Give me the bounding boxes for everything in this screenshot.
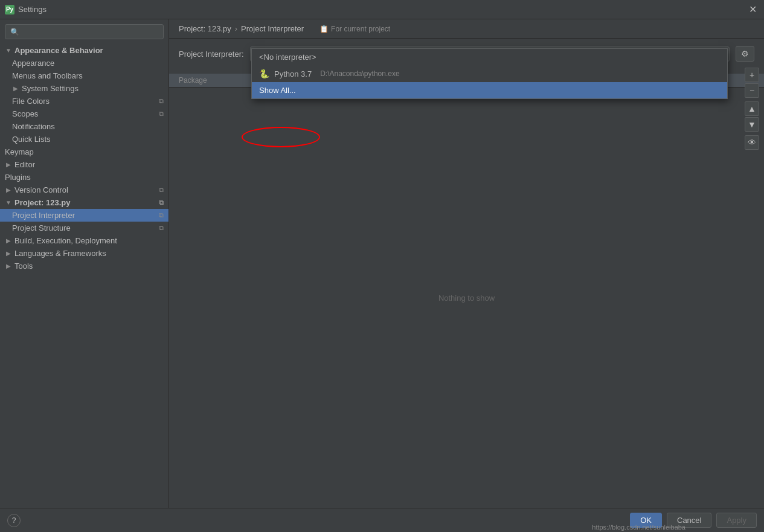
help-icon: ? [12,516,16,525]
content-area: Project: 123.py › Project Interpreter 📋 … [169,19,764,508]
url-text: https://blog.csdn.net/sunleibaba [592,524,685,531]
sidebar-item-build-execution[interactable]: ▶ Build, Execution, Deployment [0,234,169,247]
expand-arrow: ▼ [5,47,12,54]
sidebar-item-plugins[interactable]: Plugins [0,171,169,184]
sidebar-item-keymap[interactable]: Keymap [0,146,169,158]
interpreter-label: Project Interpreter: [179,50,244,59]
settings-icon: ⚙ [741,49,749,59]
minus-icon: − [750,86,754,95]
empty-state: Nothing to show [169,88,764,508]
title-bar-title: Settings [18,5,47,14]
dropdown-popup: <No interpreter> 🐍 Python 3.7 D:\Anacond… [251,48,728,99]
show-paths-button[interactable]: 👁 [745,135,759,150]
copy-icon: ⧉ [159,186,164,194]
interpreter-settings-button[interactable]: ⚙ [736,46,754,62]
copy-icon: ⧉ [159,97,164,105]
expand-arrow: ▶ [5,263,12,269]
expand-arrow: ▶ [5,237,12,244]
bottom-left: ? [7,514,21,527]
add-package-button[interactable]: + [745,68,759,82]
sidebar-item-scopes[interactable]: Scopes ⧉ [0,107,169,120]
close-button[interactable]: ✕ [746,1,759,18]
sidebar-item-languages-frameworks[interactable]: ▶ Languages & Frameworks [0,247,169,260]
copy-icon: ⧉ [159,110,164,118]
expand-arrow: ▶ [5,161,12,168]
sidebar-item-menus-toolbars[interactable]: Menus and Toolbars [0,69,169,82]
dropdown-option-show-all[interactable]: Show All... [252,82,727,98]
nothing-to-show-text: Nothing to show [438,293,495,303]
sidebar: 🔍 ▼ Appearance & Behavior Appearance Men… [0,19,169,508]
title-bar: Py Settings ✕ [0,0,764,19]
expand-arrow: ▼ [5,199,12,206]
eye-icon: 👁 [748,138,756,147]
copy-icon: ⧉ [159,224,164,232]
main-layout: 🔍 ▼ Appearance & Behavior Appearance Men… [0,19,764,508]
python-icon: 🐍 [259,69,269,79]
breadcrumb-info: 📋 For current project [319,25,390,33]
down-arrow-icon: ▼ [748,120,756,129]
scroll-up-button[interactable]: ▲ [745,101,759,116]
sidebar-item-project-interpreter[interactable]: Project Interpreter ⧉ [0,209,169,222]
dropdown-option-no-interpreter[interactable]: <No interpreter> [252,49,727,65]
expand-arrow: ▶ [5,187,12,193]
expand-arrow: ▶ [12,85,19,92]
sidebar-item-quick-lists[interactable]: Quick Lists [0,133,169,146]
sidebar-item-appearance[interactable]: Appearance [0,57,169,69]
breadcrumb-project[interactable]: Project: 123.py [179,24,231,33]
python-path: D:\Anaconda\python.exe [320,69,399,78]
scroll-down-button[interactable]: ▼ [745,117,759,132]
breadcrumb: Project: 123.py › Project Interpreter 📋 … [169,19,764,39]
help-button[interactable]: ? [7,514,21,527]
sidebar-item-project-structure[interactable]: Project Structure ⧉ [0,222,169,234]
up-arrow-icon: ▲ [748,104,756,114]
sidebar-item-version-control[interactable]: ▶ Version Control ⧉ [0,184,169,196]
search-icon: 🔍 [10,28,19,36]
remove-package-button[interactable]: − [745,83,759,98]
sidebar-item-editor[interactable]: ▶ Editor [0,158,169,171]
sidebar-item-project-123py[interactable]: ▼ Project: 123.py ⧉ [0,196,169,209]
side-buttons: + − ▲ ▼ 👁 [745,68,759,150]
search-box[interactable]: 🔍 [5,24,164,39]
search-input[interactable] [23,27,158,36]
breadcrumb-info-text: For current project [331,25,390,33]
sidebar-item-tools[interactable]: ▶ Tools [0,260,169,272]
sidebar-item-appearance-behavior[interactable]: ▼ Appearance & Behavior [0,44,169,57]
breadcrumb-current: Project Interpreter [241,24,304,33]
add-icon: + [750,70,754,80]
show-all-label: Show All... [259,86,296,95]
python-label: Python 3.7 [274,69,312,79]
sidebar-item-system-settings[interactable]: ▶ System Settings [0,82,169,95]
apply-button[interactable]: Apply [716,513,757,528]
breadcrumb-separator: › [235,24,237,33]
bottom-bar: ? https://blog.csdn.net/sunleibaba OK Ca… [0,508,764,532]
dropdown-option-python37[interactable]: 🐍 Python 3.7 D:\Anaconda\python.exe [252,65,727,82]
copy-icon: ⧉ [159,211,164,219]
sidebar-item-file-colors[interactable]: File Colors ⧉ [0,95,169,107]
expand-arrow: ▶ [5,250,12,257]
app-icon: Py [5,5,14,14]
copy-icon: ⧉ [159,199,164,207]
info-icon: 📋 [319,25,329,33]
sidebar-item-notifications[interactable]: Notifications [0,120,169,133]
title-bar-left: Py Settings [5,5,47,14]
no-interpreter-label: <No interpreter> [259,53,316,62]
